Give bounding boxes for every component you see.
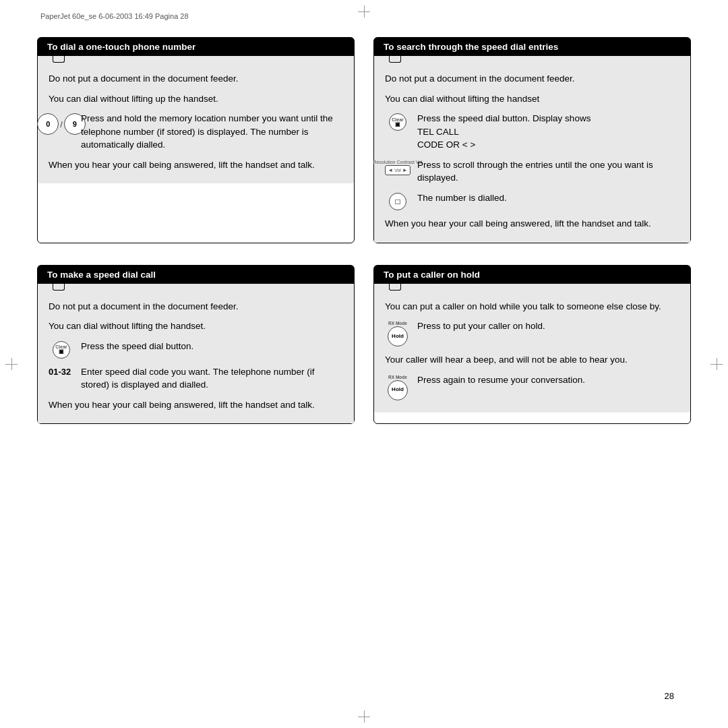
- hold-button-2: Hold: [388, 380, 408, 400]
- crosshair-bottom: [358, 710, 370, 723]
- step-row-1-2: Clear ▣ Press the speed dial button. Dis…: [385, 112, 679, 152]
- clear-button-icon: Clear ▣: [389, 113, 406, 131]
- code-01-32-icon: 01-32: [49, 365, 74, 377]
- step-text-1-5: When you hear your call being answered, …: [385, 217, 679, 231]
- step-text-3-2: Your caller will hear a beep, and will n…: [385, 353, 679, 367]
- step-text-1-3: Press to scroll through the entries unti…: [417, 158, 679, 185]
- step-row-2-2: Clear ▣ Press the speed dial button.: [49, 340, 343, 359]
- card-search-speed-dial-title: To search through the speed dial entries: [374, 38, 690, 56]
- slash-icon: /: [60, 119, 63, 129]
- card-speed-dial-call-title: To make a speed dial call: [38, 266, 354, 284]
- btn-0-icon: 0: [37, 113, 59, 135]
- card-speed-dial-call: To make a speed dial call Do not put a d…: [37, 265, 355, 425]
- card-grid: To dial a one-touch phone number Do not …: [37, 37, 691, 424]
- rx-mode-label-2: RX Mode: [388, 375, 407, 380]
- nav-button-group: ◄ Vol ►: [385, 165, 411, 175]
- step-text-1-4: The number is dialled.: [417, 191, 679, 205]
- hold-button-icon-2: RX Mode Hold: [385, 373, 411, 400]
- crosshair-top: [358, 5, 370, 18]
- nav-labels: Resolution Contrast Vol: [373, 160, 422, 164]
- step-row-2-3: 01-32 Enter speed dial code you want. Th…: [49, 365, 343, 392]
- card-search-speed-dial: To search through the speed dial entries…: [373, 37, 691, 243]
- step-text-3-0: You can put a caller on hold while you t…: [385, 300, 679, 313]
- card-caller-on-hold-title: To put a caller on hold: [374, 266, 690, 284]
- step-row-3-1: RX Mode Hold Press to put your caller on…: [385, 320, 679, 346]
- step-text-3-3: Press again to resume your conversation.: [417, 373, 679, 387]
- step-row-3-3: RX Mode Hold Press again to resume your …: [385, 373, 679, 400]
- step-text-1-2: Press the speed dial button. Display sho…: [417, 112, 679, 152]
- main-content: To dial a one-touch phone number Do not …: [37, 37, 691, 691]
- step-text-0-2: Press and hold the memory location numbe…: [81, 112, 343, 152]
- card-caller-on-hold: To put a caller on hold You can put a ca…: [373, 265, 691, 425]
- btn-0-9-icon: 0 / 9: [49, 112, 74, 135]
- dial-button-icon: □: [389, 193, 406, 210]
- card-dial-one-touch-title: To dial a one-touch phone number: [38, 38, 354, 56]
- step-text-3-1: Press to put your caller on hold.: [417, 320, 679, 333]
- step-text-1-1: You can dial without lifting the handset: [385, 92, 679, 106]
- step-text-2-1: You can dial without lifting the handset…: [49, 320, 343, 333]
- step-row-1-4: □ The number is dialled.: [385, 191, 679, 210]
- step-text-2-4: When you hear your call being answered, …: [49, 398, 343, 412]
- step-text-0-1: You can dial without lifting up the hand…: [49, 92, 343, 106]
- step-text-0-3: When you hear your call being answered, …: [49, 158, 343, 172]
- step-text-2-0: Do not put a document in the document fe…: [49, 300, 343, 313]
- nav-vol-label: Vol: [394, 168, 401, 173]
- btn-clear-icon-1: Clear ▣: [385, 112, 411, 131]
- btn-dial-icon: □: [385, 191, 411, 210]
- step-row-0-2: 0 / 9 Press and hold the memory location…: [49, 112, 343, 152]
- btn-clear-icon-2: Clear ▣: [49, 340, 74, 359]
- step-text-0-0: Do not put a document in the document fe…: [49, 72, 343, 86]
- page-number: 28: [665, 691, 674, 701]
- step-text-2-2: Press the speed dial button.: [81, 340, 343, 353]
- code-label: 01-32: [49, 367, 74, 377]
- clear-button-icon-2: Clear ▣: [53, 341, 70, 359]
- card-dial-one-touch: To dial a one-touch phone number Do not …: [37, 37, 355, 243]
- step-text-1-0: Do not put a document in the document fe…: [385, 72, 679, 86]
- hold-button-icon-1: RX Mode Hold: [385, 320, 411, 346]
- crosshair-right: [710, 358, 723, 370]
- nav-right-icon: ►: [402, 167, 408, 173]
- btn-nav-icon: Resolution Contrast Vol ◄ Vol ►: [385, 158, 411, 175]
- rx-mode-label-1: RX Mode: [388, 321, 407, 326]
- step-row-1-3: Resolution Contrast Vol ◄ Vol ► Press to…: [385, 158, 679, 185]
- crosshair-left: [5, 358, 18, 370]
- hold-button-1: Hold: [388, 326, 408, 346]
- step-text-2-3: Enter speed dial code you want. The tele…: [81, 365, 343, 392]
- page-header: PaperJet 60e_se 6-06-2003 16:49 Pagina 2…: [40, 12, 189, 20]
- nav-left-icon: ◄: [388, 167, 393, 173]
